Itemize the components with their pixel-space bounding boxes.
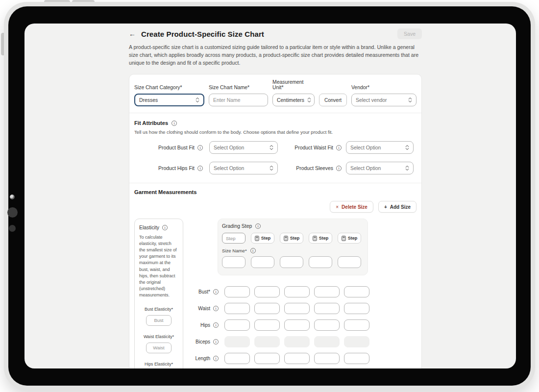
length-input-4[interactable] [314,353,340,364]
fit-row-1: Product Bust Fit Select Option Product W… [134,141,416,154]
garment-measurements-header: Garment Measurements [134,189,416,195]
category-select[interactable]: Dresses [134,94,204,106]
hips-input-5[interactable] [344,319,369,331]
unit-select-value: Centimeters [277,98,304,103]
category-field-group: Size Chart Category* Dresses [134,85,204,106]
sleeves-fit-value: Select Option [350,166,381,171]
add-size-label: Add Size [390,204,411,210]
step-button-1[interactable]: Step [251,233,274,244]
calculator-icon [255,236,259,241]
step-button-3[interactable]: Step [309,233,332,244]
length-input-2[interactable] [254,353,280,364]
grading-step-input[interactable] [222,233,245,244]
sleeves-fit-select[interactable]: Select Option [346,162,414,174]
bust-input-1[interactable] [224,286,250,297]
hips-input-3[interactable] [284,319,310,331]
hips-row-label: Hips [200,322,210,328]
bust-fit-select[interactable]: Select Option [209,141,278,154]
waist-fit-select[interactable]: Select Option [346,141,414,154]
fit-row-2: Product Hips Fit Select Option Product S… [134,162,416,174]
step-button-label: Step [290,236,300,241]
tablet-screen: ← Create Product-Specific Size Chart Sav… [24,24,516,368]
size-name-input-2[interactable] [251,256,274,268]
bust-input-2[interactable] [254,286,280,297]
info-icon [213,339,219,344]
step-button-2[interactable]: Step [280,233,303,244]
chevron-updown-icon [405,165,409,171]
hips-fit-select[interactable]: Select Option [209,162,278,174]
waist-row-label: Waist [198,306,210,311]
vendor-select[interactable]: Select vendor [351,94,416,106]
section-divider [129,183,421,183]
step-button-label: Step [348,236,358,241]
step-button-4[interactable]: Step [338,233,361,244]
size-chart-name-input[interactable] [209,94,268,106]
page-title: Create Product-Specific Size Chart [141,30,264,38]
category-select-value: Dresses [139,98,158,103]
length-input-3[interactable] [284,353,310,364]
hips-input-2[interactable] [254,319,280,331]
waist-input-5[interactable] [344,303,369,314]
convert-button[interactable]: Convert [319,94,347,106]
add-size-button[interactable]: + Add Size [378,201,416,213]
waist-input-2[interactable] [254,303,280,314]
size-name-input-4[interactable] [309,256,332,268]
chevron-updown-icon [408,97,412,103]
page-header: ← Create Product-Specific Size Chart Sav… [129,28,422,39]
waist-input-1[interactable] [224,303,250,314]
unit-label: Measurement Unit* [272,79,315,90]
biceps-input-1 [224,336,250,347]
elasticity-title: Elasticity [139,225,159,230]
back-arrow-icon[interactable]: ← [129,30,136,38]
length-input-5[interactable] [344,353,369,364]
step-button-label: Step [261,236,271,241]
garment-measurements-title: Garment Measurements [134,189,196,195]
info-icon [172,121,177,126]
biceps-measurement-row: Biceps [134,336,416,347]
size-name-input-5[interactable] [338,256,361,268]
info-icon [336,145,342,150]
size-name-input-1[interactable] [222,256,245,268]
info-icon [213,322,219,328]
delete-size-button[interactable]: × Delete Size [330,201,373,213]
measurement-rows: Bust* Waist [134,286,416,368]
biceps-input-2 [254,336,280,347]
tablet-front-camera-icon [10,195,15,199]
bust-fit-label: Product Bust Fit [134,145,203,150]
info-icon [213,289,219,294]
grading-step-row: Step Step Step [222,233,364,244]
size-chart-page: ← Create Product-Specific Size Chart Sav… [129,24,422,368]
grading-step-title: Grading Step [222,223,252,229]
hips-input-4[interactable] [314,319,340,331]
bust-input-4[interactable] [314,286,340,297]
bust-measurement-row: Bust* [134,286,416,297]
hips-input-1[interactable] [224,319,250,331]
info-icon [255,223,261,229]
tablet-sensor-large-icon [7,207,18,218]
save-button[interactable]: Save [397,28,422,39]
chevron-updown-icon [196,97,199,103]
info-icon [336,166,342,171]
unit-select[interactable]: Centimeters [272,94,315,106]
size-name-input-3[interactable] [280,256,303,268]
measurements-area: Elasticity To calculate elasticity, stre… [134,218,416,368]
biceps-input-4 [314,336,340,347]
waist-fit-label: Product Waist Fit [284,145,342,150]
info-icon [197,145,203,150]
waist-input-4[interactable] [314,303,340,314]
calculator-icon [284,236,288,241]
bust-input-3[interactable] [284,286,310,297]
chevron-updown-icon [405,145,409,150]
info-icon [250,248,256,253]
bust-input-5[interactable] [344,286,369,297]
unit-field-group: Measurement Unit* Centimeters [272,79,315,106]
length-input-1[interactable] [224,353,250,364]
length-row-label: Length [195,356,210,361]
fit-attributes-title: Fit Attributes [134,120,168,126]
tablet-sensor-small-icon [9,225,16,232]
info-icon [213,356,219,361]
basic-fields-row: Size Chart Category* Dresses Size Chart … [134,79,416,106]
info-icon [197,166,203,171]
waist-input-3[interactable] [284,303,310,314]
length-measurement-row: Length [134,353,416,364]
